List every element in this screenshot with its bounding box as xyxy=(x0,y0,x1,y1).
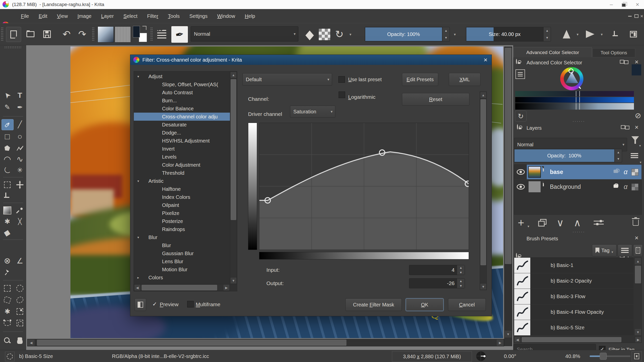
size-spin-buttons[interactable]: ▲▼ xyxy=(543,27,551,41)
filter-tree-row[interactable]: Invert xyxy=(134,145,230,153)
filter-tree-row[interactable]: HSV/HSL Adjustment xyxy=(134,137,230,145)
filter-tree-row[interactable]: Halftone xyxy=(134,185,230,193)
multiframe-label[interactable]: Multiframe xyxy=(196,301,220,307)
filter-tree-row[interactable]: Motion Blur xyxy=(134,265,230,274)
layer-alpha-icon[interactable]: α xyxy=(622,183,629,191)
open-document-button[interactable] xyxy=(23,27,38,41)
text-tool[interactable]: T xyxy=(14,90,26,101)
preset-view-mode-button[interactable] xyxy=(618,244,632,256)
reload-dropdown[interactable]: ▾ xyxy=(347,30,354,39)
filter-tree-row[interactable]: Lens Blur xyxy=(134,257,230,265)
new-document-button[interactable] xyxy=(6,27,21,42)
dialog-v-scrollbar[interactable]: ▲ ▼ xyxy=(480,92,487,290)
use-last-preset-label[interactable]: Use last preset xyxy=(348,77,382,82)
filter-tree-row[interactable]: Blur xyxy=(134,241,230,249)
mdi-minimize-button[interactable] xyxy=(627,13,633,20)
dynamic-brush-tool[interactable]: ◠ xyxy=(2,165,13,175)
rectangular-selection-tool[interactable] xyxy=(2,283,13,294)
save-button[interactable] xyxy=(40,27,54,41)
edit-presets-button[interactable]: Edit Presets xyxy=(402,73,438,86)
colorize-mask-tool[interactable]: ✱ xyxy=(2,216,13,227)
toolbox-grip[interactable] xyxy=(5,46,21,48)
filter-tree-row[interactable]: Color Balance xyxy=(134,105,230,113)
logarithmic-label[interactable]: Logarithmic xyxy=(348,94,376,100)
layer-thumbnail[interactable] xyxy=(528,181,541,193)
preset-v-scrollbar[interactable]: ▲ ▼ xyxy=(634,257,642,336)
spin-down-icon[interactable]: ▼ xyxy=(445,36,448,39)
layer-properties-button[interactable] xyxy=(590,217,607,228)
scrollbar-thumb[interactable] xyxy=(635,266,641,283)
docker-lock-icon[interactable] xyxy=(516,59,517,64)
spin-up-icon[interactable]: ▲ xyxy=(459,266,462,269)
duplicate-layer-button[interactable] xyxy=(536,217,549,228)
filter-tree-row[interactable]: ▾ Adjust xyxy=(134,72,230,80)
scrollbar-thumb[interactable] xyxy=(505,48,511,264)
filter-tree-row[interactable]: Dodge... xyxy=(134,129,230,137)
menubar-item[interactable]: View xyxy=(53,9,72,23)
shade-strip-1[interactable] xyxy=(515,91,634,97)
spin-up-icon[interactable]: ▲ xyxy=(445,29,448,32)
tree-caret-icon[interactable]: ▸ xyxy=(137,276,143,280)
use-last-preset-checkbox[interactable] xyxy=(338,76,345,83)
preserve-alpha-button[interactable] xyxy=(318,28,331,40)
menubar-item[interactable]: Layer xyxy=(97,9,118,23)
dialog-titlebar[interactable]: Filter: Cross-channel color adjustment -… xyxy=(130,55,492,65)
input-spinbox[interactable]: 4 ▲▼ xyxy=(409,265,465,275)
select-shapes-tool[interactable]: ➤ xyxy=(2,90,13,101)
measure-tool[interactable]: ∠ xyxy=(14,255,26,266)
polygon-tool[interactable] xyxy=(2,143,13,153)
filter-tree-row[interactable]: ▸ Colors xyxy=(134,274,230,282)
layer-row-background[interactable]: Background α xyxy=(514,179,641,194)
acs-refresh-button[interactable]: ↻ xyxy=(515,111,527,122)
output-spin-buttons[interactable]: ▲▼ xyxy=(457,279,465,288)
color-sampler-tool[interactable] xyxy=(14,205,26,216)
filter-tree-row[interactable]: ▾ Blur xyxy=(134,233,230,241)
filter-tree-row[interactable]: Slope, Offset, Power(AS( xyxy=(134,80,230,88)
close-docker-icon[interactable]: × xyxy=(635,125,638,130)
docker-drag-handle[interactable]: ······ xyxy=(559,120,599,123)
horizontal-mirror-button[interactable] xyxy=(559,27,574,41)
crop-tool[interactable] xyxy=(2,191,13,201)
tag-button[interactable]: Tag ▾ xyxy=(592,244,617,256)
scroll-up-arrow[interactable]: ▲ xyxy=(230,72,237,78)
freehand-path-tool[interactable]: ∿ xyxy=(14,154,26,164)
freehand-selection-tool[interactable] xyxy=(14,295,26,305)
close-button[interactable]: × xyxy=(631,0,644,9)
logarithmic-checkbox[interactable] xyxy=(339,92,345,98)
spin-up-icon[interactable]: ▲ xyxy=(617,151,620,154)
multibrush-tool[interactable]: ✳ xyxy=(14,165,26,175)
move-tool[interactable] xyxy=(14,179,26,190)
swap-colors-icon[interactable] xyxy=(142,26,146,30)
filter-tree-row[interactable]: Levels xyxy=(134,153,230,161)
edit-shapes-tool[interactable]: ✎ xyxy=(2,102,13,113)
preview-original-toggle[interactable] xyxy=(135,298,146,311)
fill-tool[interactable]: ◆ xyxy=(2,227,13,238)
scroll-down-arrow[interactable]: ▼ xyxy=(230,277,237,284)
add-layer-dropdown[interactable]: ▾ xyxy=(528,224,529,228)
layer-menu-dropdown[interactable]: ▾ xyxy=(640,160,641,164)
similar-color-selection-tool[interactable]: ✱ xyxy=(2,306,13,317)
workspace-chooser-button[interactable] xyxy=(626,27,641,41)
line-tool[interactable]: ╱ xyxy=(14,119,26,130)
filter-tree-row[interactable]: Index Colors xyxy=(134,193,230,201)
tree-caret-icon[interactable]: ▾ xyxy=(137,179,143,183)
scroll-left-arrow[interactable]: ◀ xyxy=(514,337,521,343)
resource-storages-button[interactable] xyxy=(633,244,643,256)
canvas-h-scrollbar[interactable]: ◀ ▶ xyxy=(27,339,504,346)
ok-button[interactable]: OK xyxy=(406,298,444,311)
layer-visibility-toggle[interactable] xyxy=(516,183,526,191)
rectangle-tool[interactable]: □ xyxy=(2,131,13,142)
elliptical-selection-tool[interactable] xyxy=(14,283,26,294)
menubar-item[interactable]: Select xyxy=(119,9,142,23)
filter-tree-row[interactable]: Threshold xyxy=(134,169,230,177)
tree-caret-icon[interactable]: ▾ xyxy=(137,74,143,78)
spin-up-icon[interactable]: ▲ xyxy=(459,279,462,283)
enclose-and-fill-tool[interactable] xyxy=(14,306,26,317)
minimize-button[interactable]: – xyxy=(605,0,618,9)
brush-preset-row[interactable]: b) Basic-1 xyxy=(514,258,633,273)
filter-tree-row[interactable]: Cross-channel color adju xyxy=(134,113,230,121)
zoom-slider[interactable] xyxy=(590,355,630,357)
shade-strip-handle[interactable] xyxy=(576,103,580,110)
polyline-tool[interactable] xyxy=(14,143,26,153)
filter-tree-row[interactable]: Posterize xyxy=(134,217,230,225)
